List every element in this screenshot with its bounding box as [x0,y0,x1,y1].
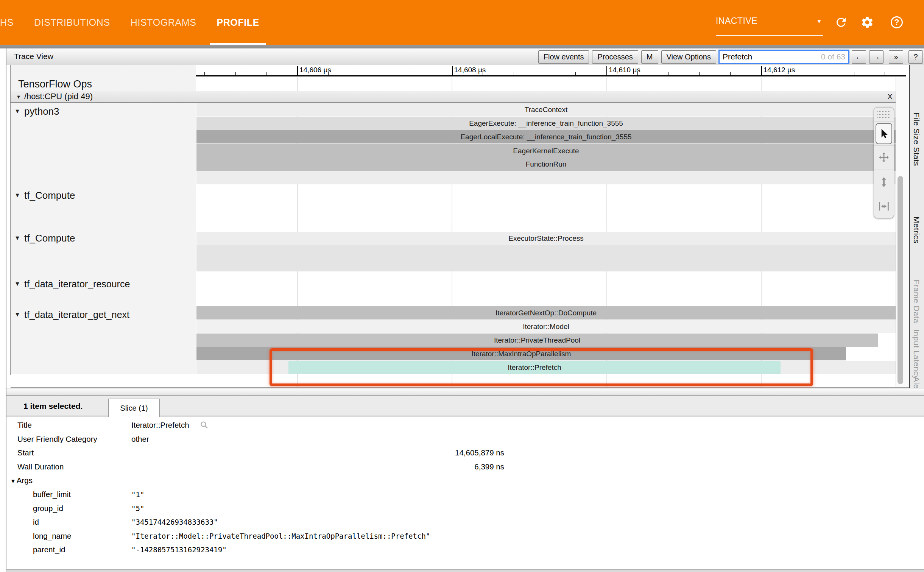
ruler-minor-tick [637,72,638,75]
close-process-button[interactable]: X [887,92,893,101]
drag-handle-icon[interactable] [874,108,894,121]
ruler-minor-tick [514,72,514,75]
detail-value: 6,399 ns [131,460,504,474]
flow-events-button[interactable]: Flow events [538,50,589,64]
ruler-minor-tick [545,72,545,75]
ruler-minor-tick [390,72,390,75]
collapse-triangle-icon[interactable]: ▼ [11,311,24,318]
trace-event-bar[interactable] [196,245,896,271]
trace-event-bar[interactable]: EagerExecute: __inference_train_function… [196,117,896,130]
detail-label: Start [17,446,131,460]
detail-value: 14,605,879 ns [131,446,504,460]
ruler-tick-label: 14,612 μs [764,66,795,74]
ruler-minor-tick [792,72,792,75]
sidebar-tab-metrics[interactable]: Metrics [912,217,921,243]
detail-value: "5" [131,502,504,516]
refresh-icon[interactable] [834,15,848,30]
run-status-value: INACTIVE [716,16,757,26]
trace-event-bar[interactable]: EagerKernelExecute [196,144,896,158]
tab-histograms[interactable]: HISTOGRAMS [120,0,207,45]
tab-profile[interactable]: PROFILE [206,0,270,45]
details-panel-content: TitleIterator::PrefetchUser Friendly Cat… [6,418,924,557]
magnifier-icon[interactable] [200,421,209,430]
gear-icon[interactable] [860,15,874,30]
find-next-button[interactable]: → [869,50,883,64]
pan-mode-button[interactable] [874,145,894,170]
collapse-triangle-icon[interactable]: ▼ [11,192,24,199]
trace-event-bar-prefetch-selected[interactable]: Iterator::Prefetch [288,361,781,374]
tab-distributions[interactable]: DISTRIBUTIONS [24,0,120,45]
track-label-tf-compute[interactable]: ▼tf_Compute [11,232,75,244]
track-label-tf-data-iterator-resource[interactable]: ▼tf_data_iterator_resource [11,278,130,290]
ruler-minor-tick [575,72,576,75]
detail-row-group-id: group_id"5" [6,502,924,516]
detail-value: other [131,432,504,446]
collapse-triangle-icon[interactable]: ▼ [11,108,24,115]
app-bar: HSDISTRIBUTIONSHISTOGRAMSPROFILE INACTIV… [0,0,924,45]
track-label-tensorflow-ops[interactable]: TensorFlow Ops [11,78,92,90]
collapse-triangle-icon[interactable]: ▼ [10,474,16,488]
trace-event-bar[interactable]: ExecutorState::Process [196,232,896,245]
trace-toolbar-buttons: Flow events Processes M View Options Pre… [535,50,924,64]
horizontal-scrollbar[interactable] [6,388,924,396]
track-label-text: tf_Compute [24,190,75,201]
trace-body: TensorFlow Ops▼python3▼tf_Compute▼tf_Com… [6,65,924,388]
collapse-triangle-icon[interactable]: ▾ [13,93,24,100]
marker-mode-button[interactable]: M [641,50,658,64]
track-label-text: tf_Compute [24,232,75,244]
ruler-minor-tick [885,72,885,75]
detail-row-long-name: long_name"Iterator::Model::PrivateThread… [6,529,924,543]
right-sidebar-tabs: File Size StatsMetricsFrame DataInput La… [909,65,924,388]
find-previous-button[interactable]: ← [852,50,866,64]
trace-event-bar[interactable]: IteratorGetNextOp::DoCompute [196,306,896,320]
ruler-minor-tick [699,72,700,75]
processes-button[interactable]: Processes [592,50,638,64]
detail-row-wall-duration: Wall Duration6,399 ns [6,460,924,474]
detail-label: long_name [17,529,131,543]
trace-event-bar[interactable]: TraceContext [196,103,896,116]
search-input[interactable]: Prefetch 0 of 63 [718,50,849,64]
trace-event-bar[interactable]: Iterator::PrivateThreadPool [196,334,878,347]
detail-row-title: TitleIterator::Prefetch [6,418,924,432]
tab-slice[interactable]: Slice (1) [108,399,160,417]
detail-row-user-friendly-category: User Friendly Categoryother [6,432,924,446]
trace-event-bar[interactable] [196,171,896,184]
ruler-minor-tick [359,72,359,75]
selection-mode-button[interactable] [874,121,894,145]
track-label-tf-compute[interactable]: ▼tf_Compute [11,189,75,201]
trace-event-bar[interactable]: FunctionRun [196,157,896,171]
detail-value: "Iterator::Model::PrivateThreadPool::Max… [131,529,504,543]
more-options-button[interactable]: » [889,50,903,64]
vertical-scrollbar-thumb[interactable] [898,176,903,384]
process-header-host-cpu[interactable]: ▾ /host:CPU (pid 49) X [11,91,896,103]
sidebar-tab-file-size-stats[interactable]: File Size Stats [912,112,921,166]
sidebar-tab-alerts[interactable]: Alerts [912,377,921,388]
page-bottom-scrollbar [6,569,924,572]
detail-value: Iterator::Prefetch [131,418,504,432]
detail-label: group_id [17,502,131,516]
search-result-count: 0 of 63 [821,52,845,61]
timing-mode-button[interactable] [874,194,894,218]
trace-canvas[interactable]: TraceContextEagerExecute: __inference_tr… [196,78,896,387]
trace-event-bar[interactable]: Iterator::MaxIntraOpParallelism [196,347,846,360]
view-options-button[interactable]: View Options [661,50,716,64]
trace-view-panel: Trace View Flow events Processes M View … [6,48,924,569]
trace-event-bar[interactable]: EagerLocalExecute: __inference_train_fun… [196,130,896,143]
detail-label[interactable]: ▼Args [10,474,924,488]
ruler-minor-tick [235,72,236,75]
trace-event-bar[interactable]: Iterator::Model [196,320,896,333]
trace-help-button[interactable]: ? [908,50,923,64]
ruler-minor-tick [483,72,483,75]
zoom-mode-button[interactable] [874,170,894,194]
run-status-select[interactable]: INACTIVE ▾ [716,16,823,36]
collapse-triangle-icon[interactable]: ▼ [11,281,24,287]
help-icon[interactable]: ? [890,15,904,30]
sidebar-tab-input-latency[interactable]: Input Latency [912,329,921,380]
sidebar-tab-frame-data[interactable]: Frame Data [912,279,921,323]
track-label-tf-data-iterator-get-next[interactable]: ▼tf_data_iterator_get_next [11,309,129,321]
detail-label: parent_id [17,543,131,557]
tab-hs[interactable]: HS [0,0,24,45]
track-label-python3[interactable]: ▼python3 [11,105,59,117]
collapse-triangle-icon[interactable]: ▼ [11,235,24,242]
ruler-major-tick [297,66,298,75]
